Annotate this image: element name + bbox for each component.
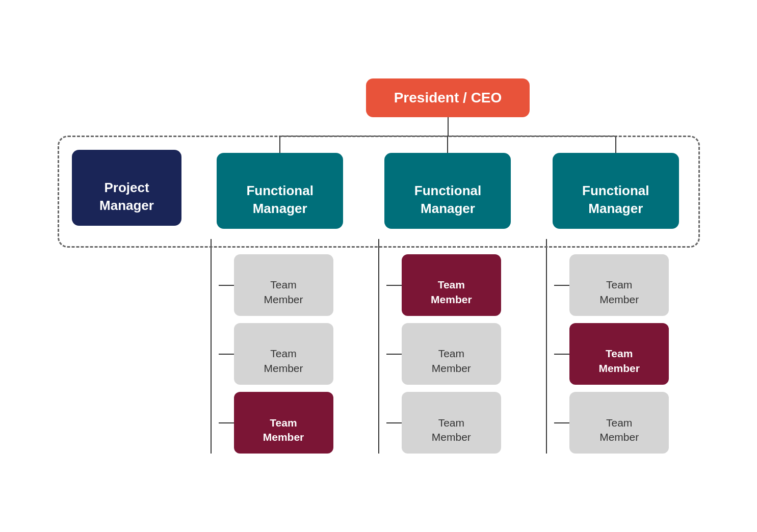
team-member-label: Team Member [264,348,303,374]
ceo-label: President / CEO [394,90,502,105]
team-member-2-2: Team Member [386,323,501,385]
team-member-1-1: Team Member [219,254,333,316]
project-manager-label: Project Manager [99,180,154,213]
functional-section-1: Functional Manager [196,137,364,239]
functional-section-2: Functional Manager [364,137,532,239]
team-member-1-3: Team Member [219,392,333,454]
team-member-label: Team Member [432,348,471,374]
team-member-label: Team Member [598,348,640,374]
functional-manager-box-3: Functional Manager [553,153,679,229]
team-member-3-3: Team Member [554,392,669,454]
team-column-2: Team Member Team Member Team Member [364,239,532,454]
team-member-label: Team Member [431,279,472,305]
org-chart: President / CEO Project Manager [58,78,700,454]
team-member-3-2: Team Member [554,323,669,385]
project-manager-box: Project Manager [72,150,181,226]
team-member-label: Team Member [599,279,639,305]
team-member-label: Team Member [599,417,639,443]
team-member-2-1: Team Member [386,254,501,316]
functional-manager-box-1: Functional Manager [217,153,343,229]
project-manager-section: Project Manager [58,137,196,239]
ceo-box: President / CEO [366,78,530,117]
team-member-2-3: Team Member [386,392,501,454]
functional-manager-box-2: Functional Manager [384,153,511,229]
team-member-1-2: Team Member [219,323,333,385]
team-member-3-1: Team Member [554,254,669,316]
team-member-label: Team Member [432,417,471,443]
team-column-1: Team Member Team Member Team Member [196,239,364,454]
functional-manager-label-1: Functional Manager [246,183,313,216]
functional-manager-label-2: Functional Manager [414,183,481,216]
functional-manager-label-3: Functional Manager [582,183,649,216]
team-member-label: Team Member [264,279,303,305]
team-member-label: Team Member [263,417,304,443]
functional-section-3: Functional Manager [532,137,699,239]
team-column-3: Team Member Team Member Team Member [532,239,699,454]
